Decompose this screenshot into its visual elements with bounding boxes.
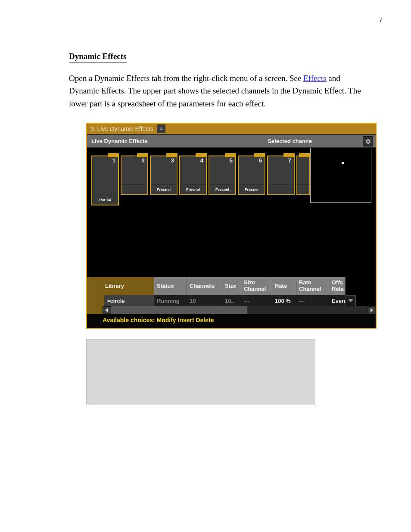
channel-tile[interactable] bbox=[296, 156, 310, 195]
page-number: 7 bbox=[379, 16, 383, 23]
tile-number: 6 bbox=[259, 157, 262, 164]
header-line: Size bbox=[244, 280, 255, 286]
section-heading: Dynamic Effects bbox=[69, 52, 127, 62]
cell-size: 10.. bbox=[222, 295, 241, 306]
tile-label bbox=[121, 184, 147, 194]
tile-number: 1 bbox=[112, 157, 115, 164]
tile-tab-icon bbox=[283, 153, 295, 157]
tile-label: Fresnel bbox=[180, 184, 206, 194]
cell-channels: 10 bbox=[187, 295, 222, 306]
preview-dot-icon bbox=[342, 162, 344, 164]
tile-number: 3 bbox=[171, 157, 174, 164]
tile-number: 2 bbox=[142, 157, 145, 164]
header-line: Offs bbox=[332, 280, 343, 286]
scrollbar-margin bbox=[87, 306, 103, 314]
channel-tile[interactable]: 5 Fresnel bbox=[209, 156, 236, 195]
close-icon[interactable]: ✕ bbox=[157, 124, 165, 133]
row-handle[interactable] bbox=[87, 295, 103, 306]
window-titlebar: 3. Live Dynamic Effects ✕ bbox=[87, 124, 376, 135]
column-header-offset[interactable]: Offs Rela bbox=[329, 277, 346, 295]
tile-number: 5 bbox=[230, 157, 233, 164]
tile-label: Fresnel bbox=[209, 184, 235, 194]
screenshot-panel: 3. Live Dynamic Effects ✕ Live Dynamic E… bbox=[86, 123, 377, 329]
dropdown-icon[interactable] bbox=[346, 295, 356, 306]
tile-label: Fresnel bbox=[151, 184, 177, 194]
channel-tiles-row: 1 Par 64 2 3 Fresnel 4 Fresnel bbox=[91, 156, 310, 205]
callout-box bbox=[86, 339, 315, 404]
tile-label bbox=[268, 184, 294, 194]
tile-label: Fresnel bbox=[239, 184, 265, 194]
column-header-size-channel[interactable]: Size Channel bbox=[241, 277, 272, 295]
para-part1: Open a Dynamic Effects tab from the righ… bbox=[69, 74, 303, 83]
scroll-right-icon[interactable] bbox=[367, 306, 376, 314]
tile-tab-icon bbox=[254, 153, 265, 157]
row-handle bbox=[87, 277, 103, 295]
tile-tab-icon bbox=[299, 153, 310, 157]
tile-tab-icon bbox=[225, 153, 236, 157]
table-header-row: Library Status Channels Size Size Channe… bbox=[87, 277, 376, 295]
column-header-size[interactable]: Size bbox=[222, 277, 241, 295]
tile-tab-icon bbox=[166, 153, 177, 157]
tile-label bbox=[297, 184, 309, 194]
column-header-channels[interactable]: Channels bbox=[187, 277, 222, 295]
column-header-status[interactable]: Status bbox=[154, 277, 187, 295]
channels-area: 1 Par 64 2 3 Fresnel 4 Fresnel bbox=[87, 148, 376, 277]
column-header-rate[interactable]: Rate bbox=[272, 277, 296, 295]
tile-tab-icon bbox=[108, 153, 119, 157]
window-title: 3. Live Dynamic Effects bbox=[90, 125, 153, 132]
status-bar: Available choices: Modify Insert Delete bbox=[87, 314, 376, 328]
effects-table: Library Status Channels Size Size Channe… bbox=[87, 277, 376, 314]
tile-number: 4 bbox=[200, 157, 203, 164]
selected-channel-label: Selected channe bbox=[268, 138, 312, 144]
header-line: Rela bbox=[332, 286, 343, 292]
scrollbar-thumb[interactable] bbox=[111, 306, 247, 314]
cell-library[interactable]: >circle bbox=[103, 295, 154, 306]
panel-title: Live Dynamic Effects bbox=[91, 138, 148, 144]
cell-status: Running bbox=[154, 295, 187, 306]
channel-tile[interactable]: 1 Par 64 bbox=[91, 156, 119, 205]
cell-size-channel: --- bbox=[241, 295, 272, 306]
channel-tile[interactable]: 4 Fresnel bbox=[179, 156, 207, 195]
header-line: Rate bbox=[299, 280, 311, 286]
tile-tab-icon bbox=[137, 153, 148, 157]
column-header-library[interactable]: Library bbox=[103, 277, 154, 295]
table-row[interactable]: >circle Running 10 10.. --- 100 % --- Ev… bbox=[87, 295, 376, 306]
cell-rate: 100 % bbox=[272, 295, 296, 306]
header-line: Channel bbox=[244, 286, 266, 292]
cell-rate-channel: --- bbox=[296, 295, 329, 306]
status-text: Available choices: Modify Insert Delete bbox=[103, 317, 214, 324]
channel-tile[interactable]: 7 bbox=[267, 156, 295, 195]
channel-tile[interactable]: 2 bbox=[121, 156, 148, 195]
preview-box bbox=[310, 148, 371, 203]
header-line: Channel bbox=[299, 286, 321, 292]
panel-subheader: Live Dynamic Effects Selected channe bbox=[87, 135, 376, 148]
scrollbar-track[interactable] bbox=[111, 306, 367, 314]
section-paragraph: Open a Dynamic Effects tab from the righ… bbox=[69, 72, 362, 110]
tile-tab-icon bbox=[196, 153, 207, 157]
horizontal-scrollbar[interactable] bbox=[87, 306, 376, 314]
gear-icon[interactable] bbox=[363, 136, 373, 146]
column-header-rate-channel[interactable]: Rate Channel bbox=[296, 277, 329, 295]
effects-link[interactable]: Effects bbox=[303, 74, 326, 83]
tile-label: Par 64 bbox=[92, 195, 118, 205]
scroll-left-icon[interactable] bbox=[103, 306, 111, 314]
tile-number: 7 bbox=[288, 157, 291, 164]
channel-tile[interactable]: 3 Fresnel bbox=[150, 156, 177, 195]
channel-tile[interactable]: 6 Fresnel bbox=[238, 156, 265, 195]
cell-offset: Even bbox=[329, 295, 346, 306]
